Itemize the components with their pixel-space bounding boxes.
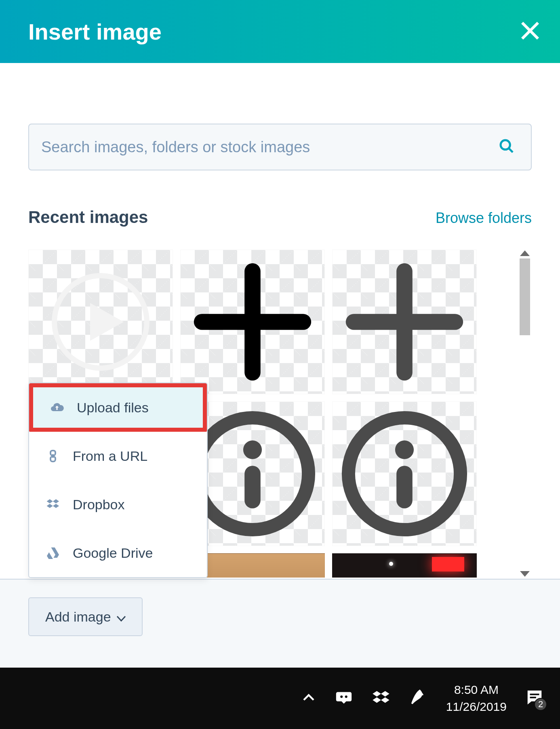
plus-icon (181, 250, 324, 394)
add-image-menu: Upload filesFrom a URLDropboxGoogle Driv… (28, 382, 208, 578)
svg-rect-8 (346, 314, 463, 330)
notifications-icon[interactable]: 2 (525, 688, 544, 708)
section-header: Recent images Browse folders (28, 208, 532, 227)
scroll-down-icon[interactable] (520, 571, 530, 577)
image-thumbnail[interactable] (332, 250, 477, 394)
browse-folders-link[interactable]: Browse folders (436, 210, 532, 227)
cloud-upload-icon (48, 400, 65, 415)
search-field[interactable] (28, 124, 532, 170)
image-thumbnail[interactable] (332, 553, 477, 578)
svg-rect-21 (530, 697, 536, 698)
scroll-up-icon[interactable] (520, 250, 530, 256)
svg-rect-11 (244, 466, 261, 508)
recent-images-title: Recent images (28, 208, 148, 227)
svg-rect-20 (530, 693, 539, 695)
menu-item-link[interactable]: From a URL (29, 432, 207, 480)
google-drive-icon (44, 546, 61, 560)
scroll-track[interactable] (520, 258, 530, 569)
svg-point-18 (340, 695, 343, 698)
svg-point-13 (395, 441, 414, 459)
modal-header: Insert image (0, 0, 560, 63)
play-icon (29, 250, 173, 394)
caret-down-icon (117, 609, 126, 625)
menu-item-label: Upload files (77, 400, 149, 416)
menu-item-label: From a URL (73, 448, 147, 464)
discord-icon[interactable] (335, 688, 353, 708)
svg-rect-6 (194, 314, 311, 330)
search-icon (499, 138, 515, 156)
close-icon (519, 36, 541, 43)
menu-item-google-drive[interactable]: Google Drive (29, 529, 207, 577)
search-input[interactable] (41, 139, 491, 156)
image-thumbnail[interactable] (28, 250, 173, 394)
info-icon (333, 402, 476, 546)
scrollbar[interactable] (518, 250, 532, 578)
close-button[interactable] (519, 19, 541, 44)
dropbox-tray-icon[interactable] (372, 688, 390, 708)
svg-point-10 (243, 441, 262, 459)
menu-item-dropbox[interactable]: Dropbox (29, 480, 207, 529)
pen-app-icon[interactable] (409, 688, 427, 708)
image-thumbnail[interactable] (332, 401, 477, 546)
modal-title: Insert image (28, 19, 162, 45)
menu-item-label: Google Drive (73, 545, 153, 561)
notification-count: 2 (534, 698, 547, 711)
dropbox-icon (44, 497, 61, 512)
menu-item-cloud-upload[interactable]: Upload files (29, 383, 207, 432)
tray-overflow-icon[interactable] (301, 690, 316, 706)
plus-icon (333, 250, 476, 394)
svg-point-19 (345, 695, 347, 698)
modal-footer: Add image (0, 579, 560, 668)
menu-item-label: Dropbox (73, 497, 125, 513)
add-image-label: Add image (45, 609, 111, 625)
svg-rect-14 (396, 466, 413, 508)
scroll-handle[interactable] (520, 258, 530, 335)
svg-line-3 (509, 148, 513, 152)
image-thumbnail[interactable] (180, 250, 325, 394)
svg-point-2 (501, 140, 510, 149)
add-image-button[interactable]: Add image (28, 597, 143, 636)
link-icon (44, 449, 61, 463)
tray-date: 11/26/2019 (446, 698, 507, 715)
tray-time: 8:50 AM (446, 681, 507, 698)
taskbar: 8:50 AM 11/26/2019 2 (0, 668, 560, 729)
tray-clock[interactable]: 8:50 AM 11/26/2019 (446, 681, 507, 715)
